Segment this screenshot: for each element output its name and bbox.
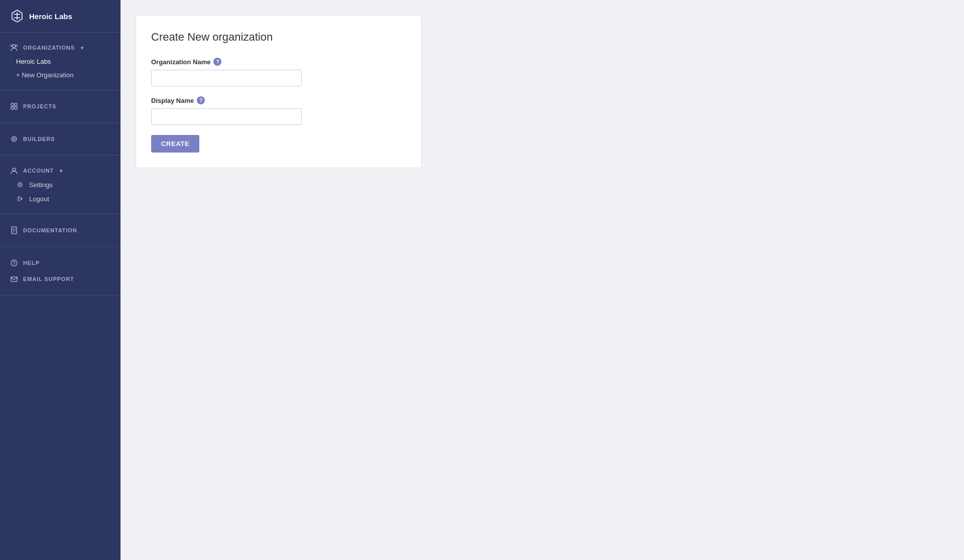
sidebar-new-org-label: + New Organization bbox=[16, 71, 74, 79]
documentation-icon bbox=[10, 226, 18, 234]
projects-label: PROJECTS bbox=[23, 103, 56, 109]
account-label: ACCOUNT bbox=[23, 168, 54, 174]
settings-icon bbox=[16, 181, 24, 189]
help-section: HELP EMAIL SUPPORT bbox=[0, 247, 120, 296]
svg-point-10 bbox=[19, 184, 22, 186]
display-name-label: Display Name ? bbox=[151, 96, 406, 104]
documentation-nav-item[interactable]: DOCUMENTATION bbox=[0, 222, 120, 238]
email-support-label: EMAIL SUPPORT bbox=[23, 276, 74, 282]
builders-icon bbox=[10, 135, 18, 143]
help-icon bbox=[10, 259, 18, 267]
svg-point-9 bbox=[13, 168, 16, 171]
org-name-input[interactable] bbox=[151, 70, 302, 86]
main-content: Create New organization Organization Nam… bbox=[120, 0, 964, 560]
logout-label: Logout bbox=[29, 195, 49, 203]
heroic-labs-logo-icon bbox=[10, 9, 24, 23]
card-title: Create New organization bbox=[151, 31, 406, 44]
svg-point-7 bbox=[12, 136, 17, 142]
create-org-card: Create New organization Organization Nam… bbox=[136, 15, 422, 168]
svg-rect-4 bbox=[15, 103, 17, 106]
svg-point-8 bbox=[13, 138, 15, 140]
org-name-help-icon[interactable]: ? bbox=[213, 58, 221, 66]
builders-nav-item[interactable]: BUILDERS bbox=[0, 131, 120, 147]
display-name-help-icon[interactable]: ? bbox=[197, 96, 205, 104]
account-header[interactable]: ACCOUNT ▾ bbox=[0, 164, 120, 178]
organizations-label: ORGANIZATIONS bbox=[23, 45, 75, 51]
help-nav-item[interactable]: HELP bbox=[0, 255, 120, 271]
builders-label: BUILDERS bbox=[23, 136, 55, 142]
svg-rect-6 bbox=[15, 107, 17, 109]
account-caret: ▾ bbox=[60, 168, 63, 174]
svg-rect-5 bbox=[11, 107, 14, 109]
projects-icon bbox=[10, 102, 18, 110]
svg-rect-14 bbox=[11, 277, 17, 282]
display-name-group: Display Name ? bbox=[151, 96, 406, 125]
organizations-section: ORGANIZATIONS ▾ Heroic Labs + New Organi… bbox=[0, 33, 120, 90]
documentation-section: DOCUMENTATION bbox=[0, 214, 120, 247]
organizations-caret: ▾ bbox=[81, 45, 84, 51]
account-section: ACCOUNT ▾ Settings Logout bbox=[0, 156, 120, 214]
email-support-nav-item[interactable]: EMAIL SUPPORT bbox=[0, 271, 120, 287]
help-label: HELP bbox=[23, 260, 40, 266]
svg-point-0 bbox=[13, 45, 16, 48]
builders-section: BUILDERS bbox=[0, 123, 120, 156]
sidebar: Heroic Labs ORGANIZATIONS ▾ Heroic Labs … bbox=[0, 0, 120, 560]
account-icon bbox=[10, 167, 18, 175]
projects-nav-item[interactable]: PROJECTS bbox=[0, 98, 120, 114]
sidebar-logo[interactable]: Heroic Labs bbox=[0, 0, 120, 33]
create-button[interactable]: CREATE bbox=[151, 135, 199, 153]
svg-rect-3 bbox=[11, 103, 14, 106]
email-support-icon bbox=[10, 275, 18, 283]
projects-section: PROJECTS bbox=[0, 90, 120, 123]
sidebar-item-new-organization[interactable]: + New Organization bbox=[0, 68, 120, 82]
sidebar-logo-text: Heroic Labs bbox=[29, 12, 72, 21]
organizations-header[interactable]: ORGANIZATIONS ▾ bbox=[0, 41, 120, 55]
sidebar-item-logout[interactable]: Logout bbox=[0, 192, 120, 206]
sidebar-heroic-labs-label: Heroic Labs bbox=[16, 58, 51, 65]
org-name-label: Organization Name ? bbox=[151, 58, 406, 66]
sidebar-item-heroic-labs[interactable]: Heroic Labs bbox=[0, 55, 120, 68]
logout-icon bbox=[16, 195, 24, 203]
documentation-label: DOCUMENTATION bbox=[23, 227, 77, 233]
org-name-group: Organization Name ? bbox=[151, 58, 406, 86]
display-name-input[interactable] bbox=[151, 108, 302, 125]
sidebar-item-settings[interactable]: Settings bbox=[0, 178, 120, 192]
organizations-icon bbox=[10, 44, 18, 52]
svg-point-13 bbox=[14, 264, 14, 264]
settings-label: Settings bbox=[29, 181, 53, 189]
